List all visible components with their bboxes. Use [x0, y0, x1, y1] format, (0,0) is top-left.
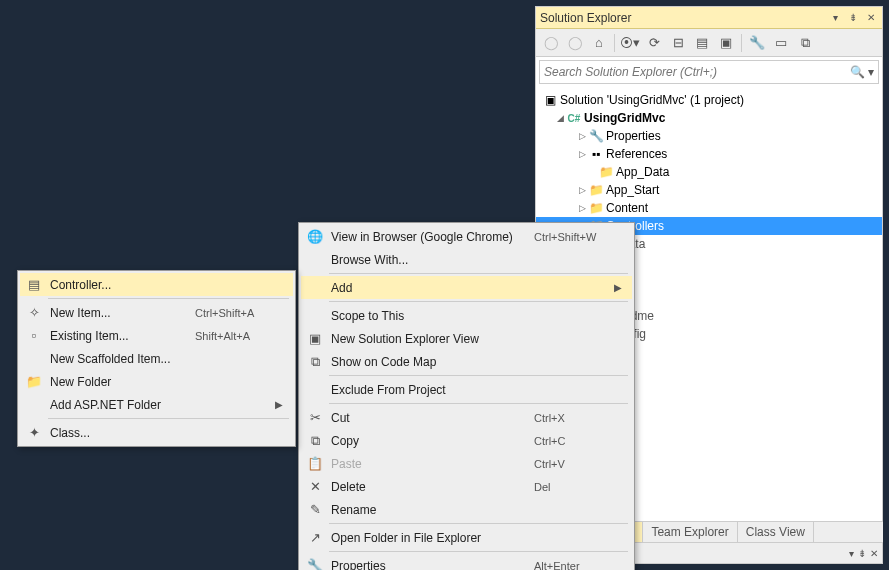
pin-icon[interactable]: ⇟ [846, 11, 860, 25]
menu-delete[interactable]: ✕ Delete Del [301, 475, 632, 498]
menu-exclude[interactable]: Exclude From Project [301, 378, 632, 401]
dropdown-icon[interactable]: ▾ [828, 11, 842, 25]
expander-icon[interactable]: ▷ [576, 149, 588, 159]
collapse-icon[interactable]: ⊟ [667, 32, 689, 54]
paste-icon: 📋 [303, 456, 327, 471]
show-all-icon[interactable]: ▤ [691, 32, 713, 54]
menu-scaffolded[interactable]: New Scaffolded Item... [20, 347, 293, 370]
properties-icon[interactable]: 🔧 [746, 32, 768, 54]
tab-class-view[interactable]: Class View [738, 522, 814, 542]
menu-separator [329, 273, 628, 274]
menu-aspnet-folder[interactable]: Add ASP.NET Folder ▶ [20, 393, 293, 416]
forward-icon[interactable]: ◯ [564, 32, 586, 54]
menu-properties[interactable]: 🔧 Properties Alt+Enter [301, 554, 632, 570]
new-item-icon: ✧ [22, 305, 46, 320]
close-icon[interactable]: ✕ [864, 11, 878, 25]
menu-paste[interactable]: 📋 Paste Ctrl+V [301, 452, 632, 475]
panel-titlebar: Solution Explorer ▾ ⇟ ✕ [536, 7, 882, 29]
preview-icon[interactable]: ▣ [715, 32, 737, 54]
menu-open-folder[interactable]: ↗ Open Folder in File Explorer [301, 526, 632, 549]
tree-references[interactable]: ▷ ▪▪ References [536, 145, 882, 163]
tree-project[interactable]: ◢ C# UsingGridMvc [536, 109, 882, 127]
tree-folder-appdata[interactable]: 📁 App_Data [536, 163, 882, 181]
tree-properties[interactable]: ▷ 🔧 Properties [536, 127, 882, 145]
menu-scope[interactable]: Scope to This [301, 304, 632, 327]
codemap-icon: ⧉ [303, 354, 327, 370]
context-menu-add: ▤ Controller... ✧ New Item... Ctrl+Shift… [17, 270, 296, 447]
menu-new-folder[interactable]: 📁 New Folder [20, 370, 293, 393]
folder-icon: 📁 [598, 165, 614, 179]
csharp-project-icon: C# [566, 113, 582, 124]
back-icon[interactable]: ◯ [540, 32, 562, 54]
window-icon: ▣ [303, 331, 327, 346]
panel-toolbar: ◯ ◯ ⌂ ⦿▾ ⟳ ⊟ ▤ ▣ 🔧 ▭ ⧉ [536, 29, 882, 57]
references-icon: ▪▪ [588, 147, 604, 161]
menu-add[interactable]: Add ▶ [301, 276, 632, 299]
dropdown-icon[interactable]: ▾ [849, 548, 854, 559]
preview-selected-icon[interactable]: ▭ [770, 32, 792, 54]
menu-separator [329, 523, 628, 524]
refresh-icon[interactable]: ⟳ [643, 32, 665, 54]
folder-icon: 📁 [588, 201, 604, 215]
search-icon[interactable]: 🔍 ▾ [850, 65, 874, 79]
chevron-right-icon: ▶ [614, 282, 626, 293]
expander-icon[interactable]: ▷ [576, 203, 588, 213]
controller-icon: ▤ [22, 277, 46, 292]
home-icon[interactable]: ⌂ [588, 32, 610, 54]
menu-new-item[interactable]: ✧ New Item... Ctrl+Shift+A [20, 301, 293, 324]
folder-icon: 📁 [588, 183, 604, 197]
expander-icon[interactable]: ◢ [554, 113, 566, 123]
chevron-right-icon: ▶ [275, 399, 287, 410]
cut-icon: ✂ [303, 410, 327, 425]
view-class-icon[interactable]: ⧉ [794, 32, 816, 54]
rename-icon: ✎ [303, 502, 327, 517]
menu-separator [48, 298, 289, 299]
tree-folder-appstart[interactable]: ▷ 📁 App_Start [536, 181, 882, 199]
menu-separator [329, 551, 628, 552]
search-input[interactable] [544, 65, 850, 79]
menu-browse-with[interactable]: Browse With... [301, 248, 632, 271]
tree-solution[interactable]: ▣ Solution 'UsingGridMvc' (1 project) [536, 91, 882, 109]
tree-folder-content[interactable]: ▷ 📁 Content [536, 199, 882, 217]
menu-cut[interactable]: ✂ Cut Ctrl+X [301, 406, 632, 429]
tab-team-explorer[interactable]: Team Explorer [643, 522, 737, 542]
menu-code-map[interactable]: ⧉ Show on Code Map [301, 350, 632, 373]
menu-new-explorer-view[interactable]: ▣ New Solution Explorer View [301, 327, 632, 350]
expander-icon[interactable]: ▷ [576, 185, 588, 195]
existing-item-icon: ▫ [22, 328, 46, 343]
menu-view-in-browser[interactable]: 🌐 View in Browser (Google Chrome) Ctrl+S… [301, 225, 632, 248]
menu-existing-item[interactable]: ▫ Existing Item... Shift+Alt+A [20, 324, 293, 347]
panel-title: Solution Explorer [540, 11, 631, 25]
new-folder-icon: 📁 [22, 374, 46, 389]
menu-class[interactable]: ✦ Class... [20, 421, 293, 444]
menu-separator [48, 418, 289, 419]
close-icon[interactable]: ✕ [870, 548, 878, 559]
search-container: 🔍 ▾ [539, 60, 879, 84]
properties-icon: 🔧 [303, 558, 327, 570]
menu-rename[interactable]: ✎ Rename [301, 498, 632, 521]
menu-separator [329, 375, 628, 376]
expander-icon[interactable]: ▷ [576, 131, 588, 141]
browser-icon: 🌐 [303, 229, 327, 244]
scope-icon[interactable]: ⦿▾ [619, 32, 641, 54]
class-icon: ✦ [22, 425, 46, 440]
menu-separator [329, 301, 628, 302]
delete-icon: ✕ [303, 479, 327, 494]
wrench-icon: 🔧 [588, 129, 604, 143]
copy-icon: ⧉ [303, 433, 327, 449]
menu-separator [329, 403, 628, 404]
solution-icon: ▣ [542, 93, 558, 107]
open-folder-icon: ↗ [303, 530, 327, 545]
context-menu-main: 🌐 View in Browser (Google Chrome) Ctrl+S… [298, 222, 635, 570]
menu-controller[interactable]: ▤ Controller... [20, 273, 293, 296]
pin-icon[interactable]: ⇟ [858, 548, 866, 559]
menu-copy[interactable]: ⧉ Copy Ctrl+C [301, 429, 632, 452]
